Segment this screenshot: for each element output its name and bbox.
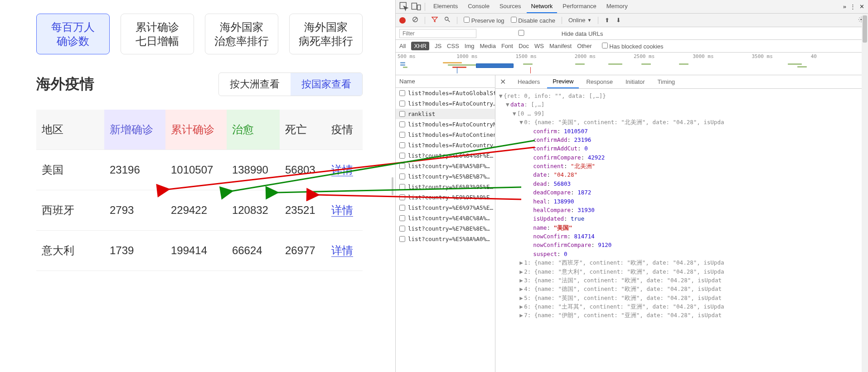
cell-new: 1739 bbox=[104, 231, 165, 271]
v-nowConfirm: 814714 bbox=[574, 233, 595, 240]
tab-death-rank[interactable]: 海外国家 病死率排行 bbox=[289, 14, 363, 54]
cell-heal: 120832 bbox=[227, 190, 280, 231]
download-icon[interactable]: ⬇ bbox=[616, 17, 621, 24]
type-doc[interactable]: Doc bbox=[519, 43, 529, 49]
hide-urls-checkbox[interactable]: Hide data URLs bbox=[483, 30, 603, 37]
type-font[interactable]: Font bbox=[501, 43, 513, 49]
tree-item[interactable]: ▶1: {name: "西班牙", continent: "欧洲", date:… bbox=[499, 258, 868, 267]
request-checkbox[interactable] bbox=[399, 236, 405, 242]
resp-tab-response[interactable]: Response bbox=[581, 76, 618, 88]
request-row[interactable]: list?country=%E6%97%A5%E… bbox=[396, 203, 495, 213]
throttle-select[interactable]: Online ▼ bbox=[568, 17, 592, 24]
type-all[interactable]: All bbox=[399, 43, 406, 49]
resp-tab-initiator[interactable]: Initiator bbox=[620, 76, 650, 88]
resp-tab-timing[interactable]: Timing bbox=[652, 76, 681, 88]
record-button[interactable] bbox=[399, 17, 406, 24]
panel-sources[interactable]: Sources bbox=[495, 0, 526, 13]
request-checkbox[interactable] bbox=[399, 121, 405, 127]
detail-link[interactable]: 详情 bbox=[331, 164, 353, 176]
clear-icon[interactable] bbox=[412, 16, 418, 24]
type-media[interactable]: Media bbox=[480, 43, 495, 49]
devtools-close-icon[interactable]: ✕ bbox=[859, 3, 864, 10]
type-ws[interactable]: WS bbox=[534, 43, 544, 49]
type-img[interactable]: Img bbox=[465, 43, 475, 49]
tree-root: {ret: 0, info: "", data: [,…]} bbox=[504, 92, 606, 99]
request-checkbox[interactable] bbox=[399, 90, 405, 96]
tree-item[interactable]: ▶6: {name: "土耳其", continent: "亚洲", date:… bbox=[499, 302, 868, 311]
svg-point-5 bbox=[445, 17, 448, 20]
request-row[interactable]: list?country=%E6%84%8F%E… bbox=[396, 150, 495, 161]
tree-item[interactable]: ▶3: {name: "法国", continent: "欧洲", date: … bbox=[499, 276, 868, 285]
type-manifest[interactable]: Manifest bbox=[549, 43, 572, 49]
view-by-country[interactable]: 按国家查看 bbox=[291, 73, 362, 96]
close-response-icon[interactable]: ✕ bbox=[495, 77, 510, 86]
panel-performance[interactable]: Performance bbox=[558, 0, 601, 13]
filter-input[interactable] bbox=[399, 29, 476, 38]
request-checkbox[interactable] bbox=[399, 111, 405, 117]
request-row[interactable]: list?country=%E5%BE%B7%… bbox=[396, 171, 495, 182]
request-checkbox[interactable] bbox=[399, 194, 405, 200]
tab-heal-rank[interactable]: 海外国家 治愈率排行 bbox=[205, 14, 278, 54]
request-row[interactable]: list?country=%E8%A5%BF%… bbox=[396, 161, 495, 171]
resp-tab-preview[interactable]: Preview bbox=[547, 75, 579, 88]
preserve-log-checkbox[interactable]: Preserve log bbox=[464, 17, 504, 24]
panel-console[interactable]: Console bbox=[463, 0, 494, 13]
tree-item[interactable]: ▶2: {name: "意大利", continent: "欧洲", date:… bbox=[499, 267, 868, 276]
request-checkbox[interactable] bbox=[399, 205, 405, 211]
split-handle[interactable] bbox=[390, 0, 395, 372]
detail-link[interactable]: 详情 bbox=[331, 204, 353, 217]
tree-item[interactable]: ▶7: {name: "伊朗", continent: "亚洲", date: … bbox=[499, 311, 868, 319]
request-row[interactable]: list?country=%E6%B3%95%E… bbox=[396, 182, 495, 192]
disable-cache-checkbox[interactable]: Disable cache bbox=[511, 17, 555, 24]
tree-item[interactable]: ▶5: {name: "英国", continent: "欧洲", date: … bbox=[499, 294, 868, 302]
request-checkbox[interactable] bbox=[399, 132, 405, 138]
detail-link[interactable]: 详情 bbox=[331, 244, 353, 257]
request-row[interactable]: ranklist bbox=[396, 109, 495, 119]
panel-network[interactable]: Network bbox=[527, 0, 558, 13]
request-name: list?country=%E7%BE%8E%… bbox=[408, 225, 490, 232]
request-row[interactable]: list?modules=FAutoContinen… bbox=[396, 130, 495, 140]
request-row[interactable]: list?modules=FAutoCountryM… bbox=[396, 119, 495, 130]
network-timeline[interactable]: 500 ms1000 ms1500 ms2000 ms2500 ms3000 m… bbox=[396, 53, 868, 75]
type-other[interactable]: Other bbox=[577, 43, 592, 49]
request-checkbox[interactable] bbox=[399, 226, 405, 232]
devtools-menu-icon[interactable]: ⋮ bbox=[850, 3, 856, 10]
request-checkbox[interactable] bbox=[399, 153, 405, 159]
type-js[interactable]: JS bbox=[435, 43, 441, 49]
type-css[interactable]: CSS bbox=[447, 43, 459, 49]
inspect-icon[interactable] bbox=[399, 2, 409, 12]
search-icon[interactable] bbox=[444, 16, 451, 24]
request-checkbox[interactable] bbox=[399, 142, 405, 148]
request-row[interactable]: list?modules=FAutoGlobalSta… bbox=[396, 88, 495, 98]
upload-icon[interactable]: ⬆ bbox=[605, 17, 610, 24]
device-icon[interactable] bbox=[411, 2, 421, 12]
v-confirmAddCut: 0 bbox=[584, 145, 588, 152]
devtools-scrollbar[interactable] bbox=[862, 14, 868, 372]
panel-memory[interactable]: Memory bbox=[602, 0, 632, 13]
request-checkbox[interactable] bbox=[399, 174, 405, 179]
request-name: list?country=%E5%8A%A0%… bbox=[408, 236, 490, 242]
request-row[interactable]: list?country=%E9%9F%A9%E… bbox=[396, 192, 495, 203]
type-xhr[interactable]: XHR bbox=[411, 42, 429, 50]
request-row[interactable]: list?modules=FAutoCountry… bbox=[396, 140, 495, 150]
request-checkbox[interactable] bbox=[399, 184, 405, 190]
request-row[interactable]: list?country=%E4%BC%8A%… bbox=[396, 213, 495, 223]
tree-item[interactable]: ▶4: {name: "德国", continent: "欧洲", date: … bbox=[499, 285, 868, 293]
tab-7day-increase[interactable]: 累计确诊 七日增幅 bbox=[121, 14, 194, 54]
blocked-cookies-checkbox[interactable]: Has blocked cookies bbox=[602, 43, 664, 50]
more-panels-icon[interactable]: » bbox=[843, 3, 846, 10]
request-row[interactable]: list?country=%E7%BE%8E%… bbox=[396, 223, 495, 234]
request-checkbox[interactable] bbox=[399, 163, 405, 169]
v-name: 美国 bbox=[557, 224, 569, 231]
request-row[interactable]: list?modules=FAutoCountry… bbox=[396, 98, 495, 109]
view-by-continent[interactable]: 按大洲查看 bbox=[219, 73, 291, 96]
tab-per-million[interactable]: 每百万人 确诊数 bbox=[36, 14, 110, 54]
resp-tab-headers[interactable]: Headers bbox=[512, 76, 545, 88]
preview-tree[interactable]: ▼{ret: 0, info: "", data: [,…]} ▼data: [… bbox=[495, 89, 868, 372]
request-name: list?country=%E5%BE%B7%… bbox=[408, 173, 490, 180]
request-checkbox[interactable] bbox=[399, 101, 405, 106]
filter-icon[interactable] bbox=[432, 16, 438, 24]
request-row[interactable]: list?country=%E5%8A%A0%… bbox=[396, 234, 495, 244]
request-checkbox[interactable] bbox=[399, 215, 405, 221]
panel-elements[interactable]: Elements bbox=[429, 0, 462, 13]
